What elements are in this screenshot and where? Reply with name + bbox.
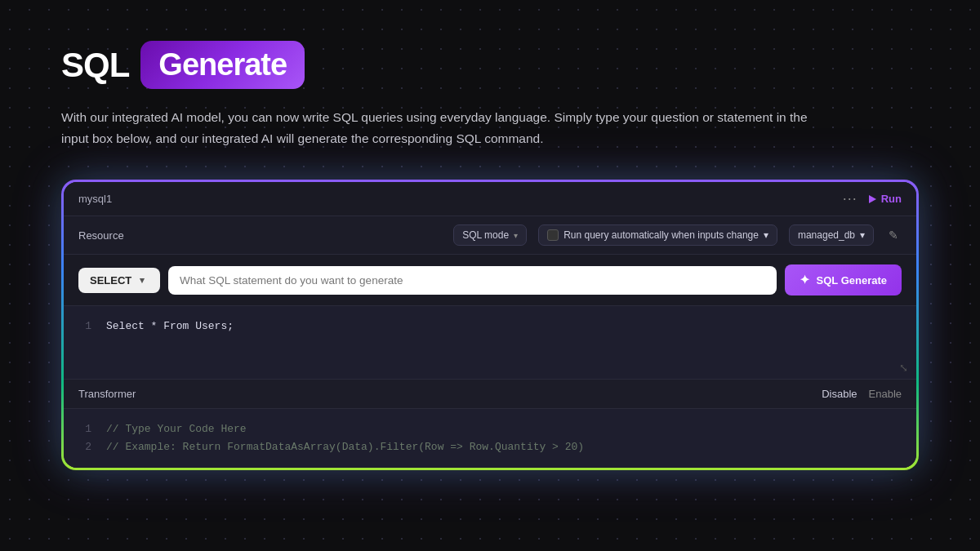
sql-input-row: SELECT ▾ ✦ SQL Generate (64, 255, 916, 306)
sql-mode-chevron-icon: ▾ (514, 231, 518, 240)
transformer-line-num-1: 1 (78, 420, 91, 438)
sql-generate-label: SQL Generate (817, 274, 887, 287)
line-number-1: 1 (78, 318, 91, 335)
description-text: With our integrated AI model, you can no… (61, 107, 829, 149)
sql-label: SQL (61, 46, 129, 85)
transformer-code[interactable]: 1 // Type Your Code Here 2 // Example: R… (64, 409, 916, 468)
card-topbar: mysql1 ··· Run (64, 182, 916, 216)
page-wrapper: SQL Generate With our integrated AI mode… (0, 0, 980, 503)
auto-query-label: Run query automatically when inputs chan… (564, 229, 759, 241)
managed-db-label: managed_db (798, 229, 855, 241)
sparkle-icon: ✦ (800, 273, 810, 287)
transformer-bar: Transformer Disable Enable (64, 380, 916, 409)
sql-generate-input[interactable] (168, 266, 777, 295)
generate-badge: Generate (140, 41, 305, 89)
sql-generate-button[interactable]: ✦ SQL Generate (785, 264, 902, 295)
transformer-comment-2: // Example: Return FormatDataAsArray(Dat… (106, 438, 584, 456)
resource-bar: Resource SQL mode ▾ Run query automatica… (64, 216, 916, 255)
code-editor[interactable]: 1 Select * From Users; ⤡ (64, 306, 916, 380)
play-icon (869, 195, 876, 203)
resize-icon[interactable]: ⤡ (899, 362, 908, 374)
header: SQL Generate (61, 41, 919, 89)
transformer-actions: Disable Enable (822, 388, 902, 400)
card-wrapper: mysql1 ··· Run Resource SQL mode ▾ (61, 180, 919, 470)
sql-mode-dropdown[interactable]: SQL mode ▾ (453, 224, 527, 246)
run-label: Run (881, 193, 902, 205)
transformer-label: Transformer (78, 388, 136, 400)
transformer-code-line-1: 1 // Type Your Code Here (78, 420, 902, 438)
edit-icon[interactable]: ✎ (885, 227, 902, 243)
transformer-enable-button[interactable]: Enable (869, 388, 902, 400)
sql-mode-label: SQL mode (462, 229, 509, 241)
transformer-line-num-2: 2 (78, 438, 91, 456)
generate-label: Generate (158, 47, 287, 82)
code-content-1: Select * From Users; (106, 318, 234, 335)
sql-card: mysql1 ··· Run Resource SQL mode ▾ (64, 182, 916, 468)
select-type-label: SELECT (90, 274, 131, 287)
run-button[interactable]: Run (869, 193, 902, 205)
select-chevron-icon: ▾ (140, 275, 145, 286)
more-options-button[interactable]: ··· (843, 190, 858, 207)
auto-query-chevron-icon: ▾ (764, 229, 768, 241)
managed-db-chevron-icon: ▾ (860, 229, 865, 241)
transformer-code-line-2: 2 // Example: Return FormatDataAsArray(D… (78, 438, 902, 456)
select-type-dropdown[interactable]: SELECT ▾ (78, 268, 160, 293)
transformer-comment-1: // Type Your Code Here (106, 420, 247, 438)
code-line-1: 1 Select * From Users; (78, 318, 902, 335)
auto-query-button[interactable]: Run query automatically when inputs chan… (538, 224, 777, 246)
auto-query-checkbox-icon (547, 229, 559, 241)
transformer-disable-button[interactable]: Disable (822, 388, 857, 400)
card-title: mysql1 (78, 193, 112, 205)
resource-label: Resource (78, 229, 136, 242)
managed-db-dropdown[interactable]: managed_db ▾ (789, 224, 874, 246)
card-topbar-right: ··· Run (843, 190, 902, 207)
